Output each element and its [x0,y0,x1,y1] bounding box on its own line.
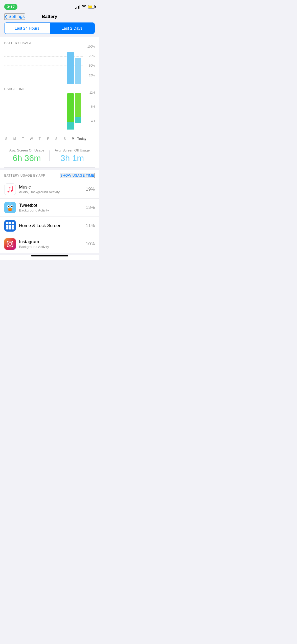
ubar-today [74,93,82,135]
homescreen-app-icon [4,220,16,232]
bar-t1 [21,47,28,84]
bar-t2 [36,47,44,84]
ubar-m1 [13,93,21,135]
app-item-tweetbot: Tweetbot Background Activity 13% [0,199,99,217]
svg-rect-9 [7,241,13,247]
segment-container: Last 24 Hours Last 2 Days [0,22,99,34]
instagram-app-info: Instagram Background Activity [19,239,86,249]
tweetbot-app-subtitle: Background Activity [19,208,86,212]
x-s3: S [60,137,69,141]
ubar-s2 [51,93,59,135]
screen-on-label: Avg. Screen On Usage [4,148,49,152]
tweetbot-app-usage: 13% [86,205,95,210]
x-monday: M [69,137,77,141]
status-time: 3:17 [4,4,17,10]
y-label-100: 100% [87,45,95,48]
bar-f [44,47,51,84]
homescreen-app-usage: 11% [86,223,95,228]
ubar-monday [67,93,74,135]
screen-off-label: Avg. Screen Off Usage [50,148,95,152]
instagram-app-icon [4,238,16,250]
app-item-music: Music Audio, Background Activity 19% [0,180,99,199]
back-button[interactable]: Settings [4,13,25,20]
screen-on-stat: Avg. Screen On Usage 6h 36m [4,148,49,163]
ubar-s1 [5,93,13,135]
bar-s3 [59,47,67,84]
segment-control: Last 24 Hours Last 2 Days [4,22,95,34]
y-label-4h: 4H [91,119,95,123]
x-axis-labels: S M T W T F S S M Today [0,135,99,144]
svg-point-8 [10,203,11,204]
music-app-icon [4,183,16,195]
x-f: F [44,137,52,141]
app-section-label: BATTERY USAGE BY APP [4,174,45,177]
app-section-header: BATTERY USAGE BY APP SHOW USAGE TIME [0,170,99,180]
screen-off-stat: Avg. Screen Off Usage 3h 1m [50,148,95,163]
battery-usage-section: BATTERY USAGE 100% 75% 50% 25% [0,37,99,84]
y-label-50: 50% [89,64,95,67]
x-t2: T [35,137,44,141]
show-usage-button[interactable]: SHOW USAGE TIME [60,173,95,178]
nav-bar: Settings Battery [0,11,99,22]
page-title: Battery [42,14,57,19]
x-w: W [27,137,36,141]
segment-24h[interactable]: Last 24 Hours [4,23,50,34]
home-indicator [31,255,68,256]
homescreen-app-name: Home & Lock Screen [19,223,86,228]
svg-point-6 [8,208,12,210]
music-app-subtitle: Audio, Background Activity [19,190,86,194]
usage-time-section: USAGE TIME 12H 8H 4H [0,84,99,135]
battery-icon [88,5,95,8]
ubar-t2 [36,93,44,135]
music-app-usage: 19% [86,187,95,192]
bar-monday [67,47,74,84]
music-app-info: Music Audio, Background Activity [19,185,86,194]
y-label-75: 75% [89,54,95,58]
instagram-app-subtitle: Background Activity [19,245,86,249]
app-item-homescreen: Home & Lock Screen 11% [0,217,99,235]
app-list: Music Audio, Background Activity 19% [0,180,99,253]
ubar-s3 [59,93,67,135]
ubar-f [44,93,51,135]
section-spacer [0,168,99,170]
homescreen-app-info: Home & Lock Screen [19,223,86,229]
bar-w [28,47,36,84]
tweetbot-app-icon [4,202,16,213]
instagram-app-usage: 10% [86,241,95,247]
x-t1: T [19,137,27,141]
bar-s1 [5,47,13,84]
tweetbot-app-info: Tweetbot Background Activity [19,203,86,212]
svg-point-4 [11,206,13,207]
grid-icon [6,222,14,229]
x-m1: M [11,137,19,141]
usage-time-label: USAGE TIME [4,87,95,91]
battery-fill [88,6,92,8]
bar-m1 [13,47,21,84]
x-s2: S [52,137,61,141]
app-item-instagram: Instagram Background Activity 10% [0,235,99,253]
y-label-25: 25% [89,74,95,77]
ubar-t1 [21,93,28,135]
ubar-w [28,93,36,135]
usage-stats: Avg. Screen On Usage 6h 36m Avg. Screen … [0,144,99,167]
status-bar: 3:17 [0,0,99,11]
battery-usage-label: BATTERY USAGE [4,41,95,45]
signal-icon [75,5,80,9]
status-icons [75,4,95,9]
bar-s2 [51,47,59,84]
bar-today [74,47,82,84]
screen-on-value: 6h 36m [4,153,49,163]
back-label: Settings [8,14,25,19]
svg-point-10 [9,243,11,245]
screen-off-value: 3h 1m [50,153,95,163]
instagram-app-name: Instagram [19,239,86,245]
content-area: BATTERY USAGE 100% 75% 50% 25% [0,37,99,253]
wifi-icon [82,4,86,9]
tweetbot-app-name: Tweetbot [19,203,86,208]
y-label-12h: 12H [89,91,95,94]
svg-point-11 [11,242,12,243]
segment-2days[interactable]: Last 2 Days [50,23,95,34]
y-label-8h: 8H [91,105,95,108]
svg-point-3 [8,206,10,207]
music-app-name: Music [19,185,86,190]
